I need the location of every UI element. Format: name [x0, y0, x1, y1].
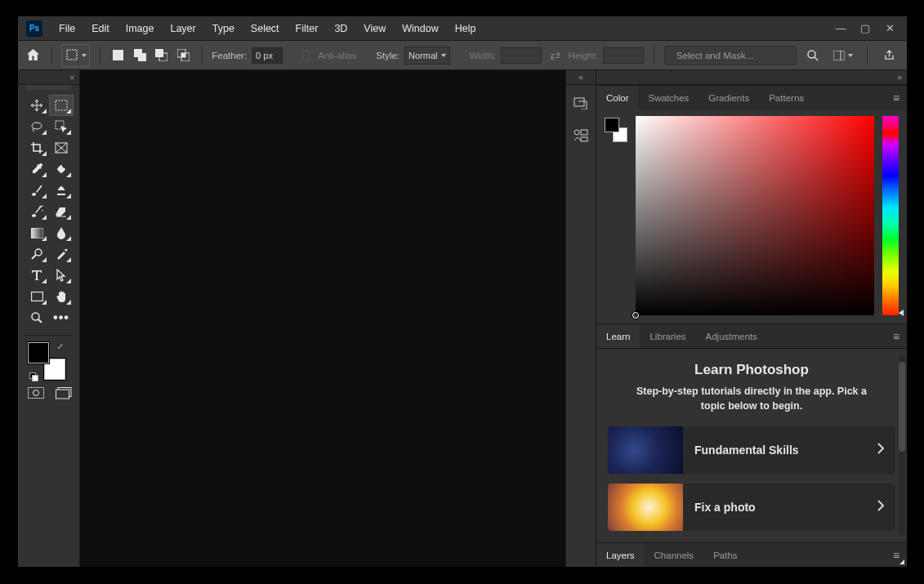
hue-cursor[interactable] [899, 310, 904, 316]
learn-scrollbar[interactable] [899, 355, 905, 536]
eyedropper-tool[interactable] [25, 158, 49, 180]
spot-healing-tool[interactable] [49, 158, 74, 180]
gradient-tool[interactable] [25, 222, 49, 243]
svg-rect-2 [134, 49, 142, 57]
edit-toolbar[interactable]: ••• [49, 307, 74, 328]
swap-colors-icon[interactable]: ⤢ [57, 342, 64, 350]
tool-preset-picker[interactable] [61, 44, 89, 67]
foreground-color-swatch[interactable] [28, 342, 49, 363]
menu-view[interactable]: View [355, 16, 394, 41]
zoom-tool[interactable] [25, 307, 49, 328]
color-panel-menu-icon[interactable]: ≡ [886, 86, 907, 109]
type-tool[interactable] [25, 265, 49, 286]
menu-filter[interactable]: Filter [288, 16, 327, 41]
svg-rect-28 [29, 388, 44, 399]
hand-tool[interactable] [49, 286, 74, 307]
swap-dimensions-icon: ⇄ [547, 44, 564, 67]
tab-paths[interactable]: Paths [703, 543, 747, 567]
blur-tool[interactable] [49, 222, 74, 243]
dodge-tool[interactable] [25, 243, 49, 265]
svg-rect-25 [31, 292, 42, 301]
saturation-cursor[interactable] [632, 312, 639, 319]
hue-slider[interactable] [882, 116, 899, 315]
pen-tool[interactable] [49, 243, 74, 265]
default-colors-icon[interactable] [29, 372, 37, 380]
svg-point-9 [808, 51, 815, 58]
svg-line-27 [38, 319, 42, 323]
history-brush-tool[interactable] [25, 201, 49, 222]
svg-rect-31 [56, 390, 69, 399]
svg-rect-4 [155, 49, 163, 57]
tab-layers[interactable]: Layers [596, 543, 645, 567]
menu-select[interactable]: Select [243, 16, 288, 41]
selection-add-icon[interactable] [132, 44, 149, 67]
search-icon[interactable] [801, 44, 824, 67]
select-and-mask-button[interactable]: Select and Mask... [664, 46, 797, 65]
collapse-strip-icon[interactable]: « [578, 73, 583, 82]
foreground-background-swatches[interactable]: ⤢ [28, 342, 65, 380]
svg-line-17 [56, 143, 67, 153]
frame-tool[interactable] [49, 137, 74, 158]
eraser-tool[interactable] [49, 201, 74, 222]
collapsed-panel-strip: « [565, 70, 596, 567]
move-tool[interactable] [25, 95, 49, 116]
menu-file[interactable]: File [51, 16, 83, 41]
window-minimize-icon[interactable]: — [835, 22, 846, 34]
menu-type[interactable]: Type [204, 16, 243, 41]
home-button[interactable] [25, 44, 42, 67]
feather-input[interactable] [252, 47, 283, 64]
clone-stamp-tool[interactable] [49, 180, 74, 201]
quick-mask-icon[interactable] [28, 386, 44, 399]
saturation-field[interactable] [636, 116, 874, 315]
style-select[interactable]: Normal [404, 47, 450, 65]
svg-rect-35 [581, 137, 587, 141]
tab-swatches[interactable]: Swatches [638, 86, 699, 109]
color-panel-tabs: Color Swatches Gradients Patterns ≡ [596, 85, 907, 109]
lasso-tool[interactable] [25, 116, 49, 137]
collapse-right-icon[interactable]: » [897, 73, 902, 82]
menu-edit[interactable]: Edit [83, 16, 118, 41]
color-panel [596, 109, 907, 323]
svg-point-14 [32, 123, 42, 129]
tab-color[interactable]: Color [596, 86, 638, 109]
tab-channels[interactable]: Channels [645, 543, 704, 567]
tab-libraries[interactable]: Libraries [640, 324, 695, 348]
antialias-checkbox [302, 51, 310, 60]
svg-rect-7 [181, 53, 190, 61]
selection-intersect-icon[interactable] [175, 44, 192, 67]
tab-gradients[interactable]: Gradients [699, 86, 759, 109]
tab-adjustments[interactable]: Adjustments [696, 324, 767, 348]
workspace-switcher[interactable] [829, 44, 857, 67]
collapse-left-icon[interactable]: « [69, 73, 74, 82]
tab-patterns[interactable]: Patterns [759, 86, 814, 109]
learn-card-fix-photo[interactable]: Fix a photo [608, 484, 895, 531]
path-selection-tool[interactable] [49, 265, 74, 286]
history-panel-icon[interactable] [566, 88, 596, 118]
crop-tool[interactable] [25, 137, 49, 158]
selection-new-icon[interactable] [109, 44, 127, 67]
rectangle-tool[interactable] [25, 286, 49, 307]
canvas[interactable] [80, 70, 565, 567]
window-close-icon[interactable]: ✕ [884, 22, 895, 34]
menu-image[interactable]: Image [118, 16, 163, 41]
window-maximize-icon[interactable]: ▢ [859, 22, 871, 34]
learn-card-fundamental[interactable]: Fundamental Skills [608, 426, 895, 474]
rectangular-marquee-tool[interactable] [49, 95, 74, 116]
menu-layer[interactable]: Layer [162, 16, 203, 41]
selection-subtract-icon[interactable] [153, 44, 170, 67]
menu-window[interactable]: Window [394, 16, 446, 41]
quick-selection-tool[interactable] [49, 116, 74, 137]
tab-learn[interactable]: Learn [596, 324, 640, 348]
menu-help[interactable]: Help [447, 16, 484, 41]
brush-tool[interactable] [25, 180, 49, 201]
app-logo: Ps [26, 20, 42, 37]
color-panel-fg-swatch[interactable] [605, 118, 619, 132]
svg-rect-19 [56, 164, 65, 173]
svg-line-10 [815, 57, 818, 60]
screen-mode-icon[interactable] [56, 386, 72, 399]
learn-panel-menu-icon[interactable]: ≡ [886, 324, 907, 348]
color-panel-swatches[interactable] [605, 118, 627, 142]
properties-panel-icon[interactable] [566, 121, 596, 150]
menu-3d[interactable]: 3D [326, 16, 355, 41]
share-icon[interactable] [877, 44, 900, 67]
